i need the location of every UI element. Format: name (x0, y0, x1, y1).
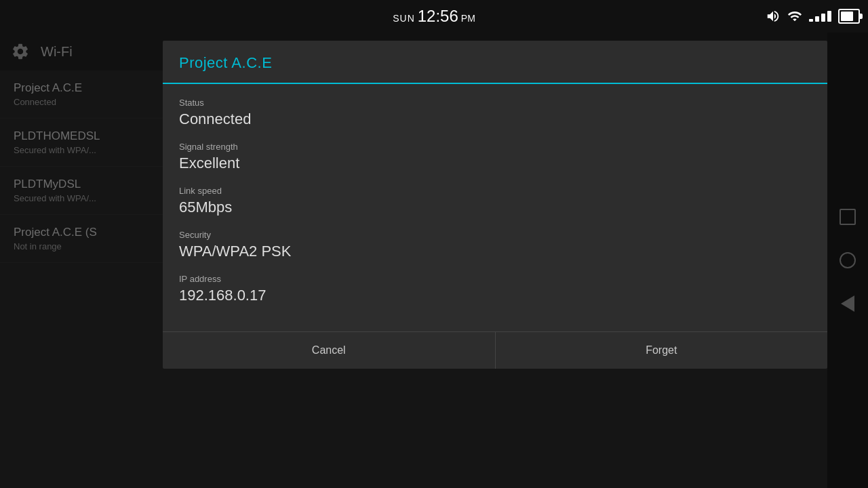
field-label: Signal strength (179, 142, 811, 152)
field-value: WPA/WPA2 PSK (179, 243, 811, 260)
field-label: Security (179, 230, 811, 240)
status-clock: 12:56 (418, 7, 458, 26)
speaker-icon (766, 9, 781, 24)
forget-button[interactable]: Forget (496, 332, 828, 369)
status-ampm: PM (461, 13, 475, 24)
status-day: SUN (393, 13, 415, 24)
dialog-footer: Cancel Forget (163, 331, 827, 369)
dialog-header: Project A.C.E (163, 41, 827, 84)
wifi-detail-dialog: Project A.C.E StatusConnectedSignal stre… (163, 41, 827, 369)
field-value: Excellent (179, 155, 811, 172)
status-icons (766, 9, 860, 24)
status-bar-time: SUN 12:56 PM (393, 7, 475, 26)
status-bar: SUN 12:56 PM (0, 0, 868, 33)
cancel-button[interactable]: Cancel (163, 332, 496, 369)
battery-icon (838, 9, 860, 24)
dialog-content: StatusConnectedSignal strengthExcellentL… (163, 84, 827, 331)
signal-strength-icon (809, 11, 831, 22)
field-label: Link speed (179, 186, 811, 196)
field-value: 192.168.0.17 (179, 287, 811, 304)
field-label: Status (179, 98, 811, 108)
dialog-title: Project A.C.E (179, 54, 272, 71)
field-value: Connected (179, 110, 811, 128)
field-label: IP address (179, 274, 811, 284)
wifi-icon (787, 9, 802, 24)
field-value: 65Mbps (179, 199, 811, 216)
